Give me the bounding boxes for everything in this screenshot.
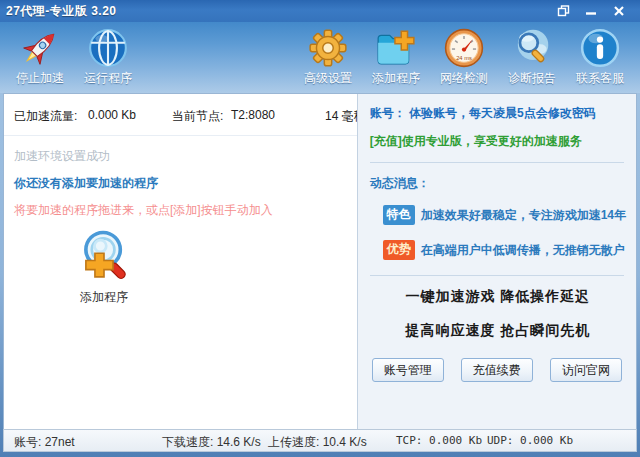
run-program-button[interactable]: 运行程序 [74, 24, 142, 91]
close-icon[interactable] [612, 5, 626, 17]
account-panel: 账号： 体验账号，每天凌晨5点会修改密码 [充值]使用专业版，享受更好的加速服务… [357, 94, 636, 429]
gauge-text: 24 ms [456, 55, 472, 61]
account-manage-button[interactable]: 账号管理 [372, 358, 444, 382]
statusbar-account: 账号: 27net [14, 434, 75, 451]
traffic-label: 已加速流量: [14, 108, 77, 125]
divider [370, 275, 624, 276]
diagnostic-report-button[interactable]: 诊断报告 [498, 24, 566, 91]
status-bar: 账号: 27net 下载速度: 14.6 K/s 上传速度: 10.4 K/s … [3, 429, 637, 452]
stats-row: 已加速流量: 0.000 Kb 当前节点: T2:8080 14 毫秒 [4, 94, 357, 136]
advanced-settings-button[interactable]: 高级设置 [294, 24, 362, 91]
hint-message: 将要加速的程序拖进来，或点[添加]按钮手动加入 [14, 202, 347, 219]
run-program-label: 运行程序 [84, 70, 132, 87]
speedometer-icon: 24 ms [443, 27, 485, 69]
app-window: 27代理-专业版 3.20 [0, 0, 640, 457]
add-program-toolbar-label: 添加程序 [372, 70, 420, 87]
minimize-icon[interactable] [584, 5, 598, 17]
statusbar-upload-speed: 上传速度: 10.4 K/s [268, 434, 367, 451]
rocket-icon [19, 27, 61, 69]
advantage-badge: 优势 [383, 240, 415, 260]
recharge-renew-button[interactable]: 充值续费 [461, 358, 533, 382]
status-message: 加速环境设置成功 [14, 148, 347, 165]
add-program-shortcut[interactable]: 添加程序 [62, 227, 146, 306]
empty-list-message: 你还没有添加要加速的程序 [14, 175, 347, 192]
window-title: 27代理-专业版 3.20 [6, 3, 117, 20]
feature-badge: 特色 [383, 205, 415, 225]
advantage-text: 在高端用户中低调传播，无推销无散户 [421, 242, 625, 259]
restore-to-tray-icon[interactable] [556, 5, 570, 17]
gear-icon [307, 27, 349, 69]
divider [370, 162, 624, 163]
advanced-settings-label: 高级设置 [304, 70, 352, 87]
diagnostic-report-label: 诊断报告 [508, 70, 556, 87]
slogan-line-1: 一键加速游戏 降低操作延迟 [370, 288, 626, 306]
news-item-advantage: 优势 在高端用户中低调传播，无推销无散户 [383, 240, 626, 260]
stop-acceleration-button[interactable]: 停止加速 [6, 24, 74, 91]
toolbar: 停止加速 运行程序 [0, 22, 640, 93]
node-value: T2:8080 [231, 108, 275, 122]
stop-acceleration-label: 停止加速 [16, 70, 64, 87]
node-label: 当前节点: [172, 108, 223, 125]
network-test-label: 网络检测 [440, 70, 488, 87]
add-program-shortcut-label: 添加程序 [80, 289, 128, 306]
magnifier-add-icon [75, 227, 133, 285]
title-bar: 27代理-专业版 3.20 [0, 0, 640, 22]
account-buttons-row: 账号管理 充值续费 访问官网 [370, 356, 626, 382]
feature-text: 加速效果好最稳定，专注游戏加速14年 [421, 207, 626, 224]
contact-support-button[interactable]: 联系客服 [566, 24, 634, 91]
message-area: 加速环境设置成功 你还没有添加要加速的程序 将要加速的程序拖进来，或点[添加]按… [4, 136, 357, 219]
slogan-line-2: 提高响应速度 抢占瞬间先机 [370, 322, 626, 340]
main-area: 已加速流量: 0.000 Kb 当前节点: T2:8080 14 毫秒 加速环境… [3, 93, 637, 429]
news-title: 动态消息： [370, 175, 626, 192]
contact-support-label: 联系客服 [576, 70, 624, 87]
statusbar-tcp: TCP: 0.000 Kb [396, 434, 482, 447]
window-controls [556, 5, 634, 17]
recharge-link-line[interactable]: [充值]使用专业版，享受更好的加速服务 [370, 133, 626, 150]
info-icon [579, 27, 621, 69]
program-list-panel: 已加速流量: 0.000 Kb 当前节点: T2:8080 14 毫秒 加速环境… [4, 94, 357, 429]
news-item-feature: 特色 加速效果好最稳定，专注游戏加速14年 [383, 205, 626, 225]
statusbar-udp: UDP: 0.000 Kb [487, 434, 573, 447]
toolbar-group-right: 高级设置 添加程序 [294, 24, 634, 91]
network-test-button[interactable]: 24 ms 网络检测 [430, 24, 498, 91]
magnifier-globe-icon [511, 27, 553, 69]
globe-icon [87, 27, 129, 69]
folder-add-icon [375, 27, 417, 69]
traffic-value: 0.000 Kb [88, 108, 136, 122]
statusbar-download-speed: 下载速度: 14.6 K/s [162, 434, 261, 451]
toolbar-group-left: 停止加速 运行程序 [6, 24, 142, 91]
visit-website-button[interactable]: 访问官网 [550, 358, 622, 382]
add-program-toolbar-button[interactable]: 添加程序 [362, 24, 430, 91]
account-info-line: 账号： 体验账号，每天凌晨5点会修改密码 [370, 105, 626, 122]
